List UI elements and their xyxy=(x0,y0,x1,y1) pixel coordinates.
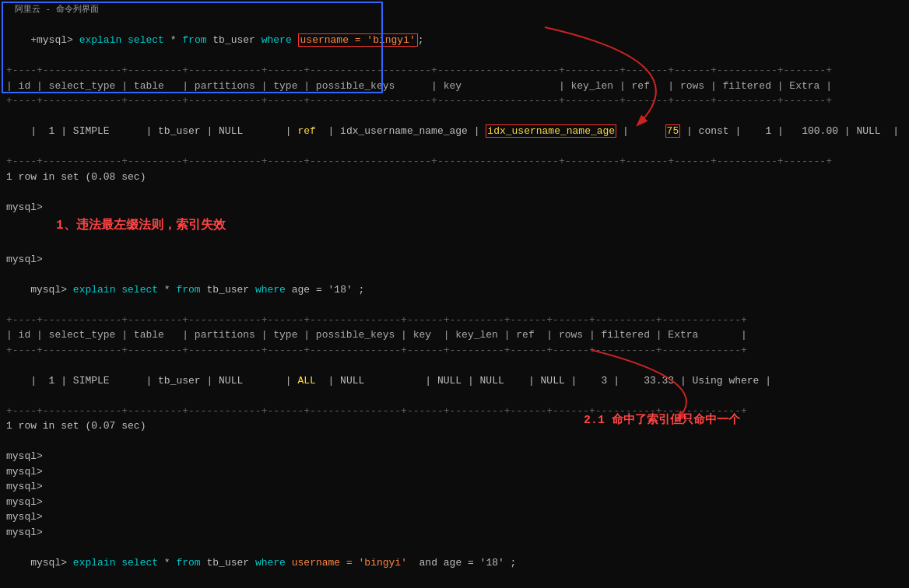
empty-2 xyxy=(6,236,903,252)
table-data-2: | 1 | SIMPLE | tb_user | NULL | ALL | NU… xyxy=(6,358,903,404)
title-bar: 阿里云 - 命令列界面 xyxy=(6,3,903,16)
prompt-6: mysql> xyxy=(6,495,903,510)
table-border-6: +----+-------------+---------+----------… xyxy=(6,404,903,419)
note-1: 1、违法最左缀法则，索引失效 xyxy=(6,216,903,235)
prompt-3: mysql> xyxy=(6,449,903,464)
prompt-4: mysql> xyxy=(6,464,903,480)
prompt-2: mysql> xyxy=(6,252,903,268)
prompt-5: mysql> xyxy=(6,479,903,495)
prompt-7: mysql> xyxy=(6,509,903,525)
table-border-4: +----+-------------+---------+----------… xyxy=(6,313,903,328)
cmd-line-3: mysql> explain select * from tb_user whe… xyxy=(6,540,903,586)
empty-3 xyxy=(6,434,903,450)
table-data-1: | 1 | SIMPLE | tb_user | NULL | ref | id… xyxy=(6,109,903,155)
cmd-line-1: +mysql> explain select * from tb_user wh… xyxy=(6,18,903,64)
prompt-1: mysql> xyxy=(6,200,903,215)
row-info-2: 1 row in set (0.07 sec) xyxy=(6,418,903,434)
table-header-2: | id | select_type | table | partitions … xyxy=(6,327,903,343)
note-2-1: 2.1 命中了索引但只命中一个 xyxy=(584,412,740,427)
table-header-1: | id | select_type | table | partitions … xyxy=(6,79,903,94)
table-border-1: +----+-------------+---------+----------… xyxy=(6,63,903,79)
table-border-3: +----+-------------+---------+----------… xyxy=(6,154,903,170)
table-border-7: +----+-------------+---------+----------… xyxy=(6,586,903,589)
table-border-5: +----+-------------+---------+----------… xyxy=(6,343,903,359)
prompt-8: mysql> xyxy=(6,525,903,541)
terminal: 阿里云 - 命令列界面 +mysql> explain select * fro… xyxy=(0,0,909,588)
empty-1 xyxy=(6,184,903,200)
cmd-line-2: mysql> explain select * from tb_user whe… xyxy=(6,267,903,313)
row-info-1: 1 row in set (0.08 sec) xyxy=(6,170,903,185)
table-border-2: +----+-------------+---------+----------… xyxy=(6,93,903,109)
